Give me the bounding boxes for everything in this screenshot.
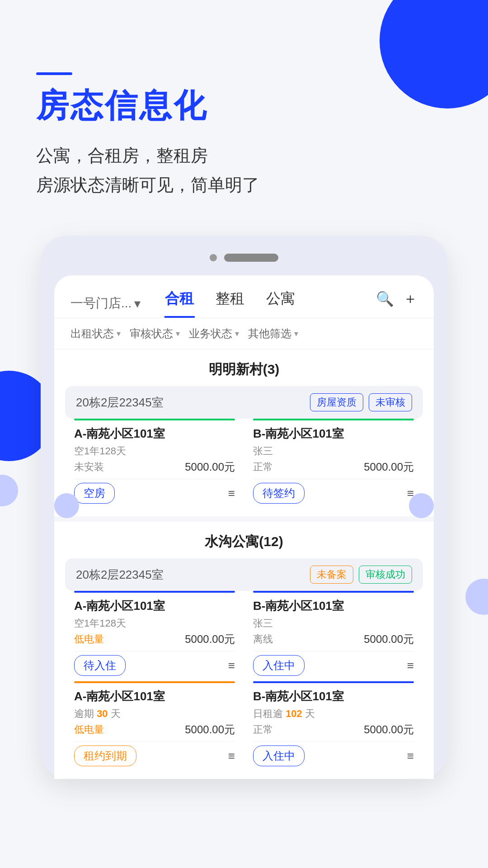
menu-icon-2a[interactable]: ≡ [228, 659, 235, 673]
room-price-1b: 5000.00元 [364, 460, 414, 474]
room-card-2c: A-南苑小区101室 逾期 30 天 低电量 5000.00元 租约到期 ≡ [65, 681, 244, 772]
room-group-2: 20栋2层22345室 未备案 审核成功 A-南苑小区101室 空1年128天 … [54, 558, 434, 779]
room-name-1a: A-南苑小区101室 [74, 426, 235, 442]
tab-合租[interactable]: 合租 [154, 289, 205, 318]
phone-dot-left [210, 254, 217, 261]
subtitle-line1: 公寓，合租房，整租房 [36, 141, 452, 170]
subtitle-line2: 房源状态清晰可见，简单明了 [36, 170, 452, 200]
room-card-2a: A-南苑小区101室 空1年128天 低电量 5000.00元 待入住 ≡ [65, 591, 244, 681]
add-icon[interactable]: ＋ [403, 289, 418, 309]
badge-row-2: 未备案 审核成功 [310, 566, 412, 584]
room-info-1a: 空1年128天 [74, 444, 235, 458]
chevron-down-icon: ▾ [134, 296, 141, 311]
room-price-2c: 5000.00元 [185, 722, 235, 737]
room-card-1b: B-南苑小区101室 张三 正常 5000.00元 待签约 ≡ [244, 419, 423, 509]
room-name-1b: B-南苑小区101室 [253, 426, 414, 442]
room-info-2d: 日租逾 102 天 [253, 707, 414, 721]
room-price-2b: 5000.00元 [364, 632, 414, 646]
badge-review-success: 审核成功 [359, 566, 412, 584]
room-detail-2b: 离线 5000.00元 [253, 632, 414, 646]
tab-公寓[interactable]: 公寓 [255, 289, 306, 318]
room-state-btn-1a[interactable]: 空房 [74, 483, 115, 504]
room-info-1b: 张三 [253, 444, 414, 458]
room-status-1a: 未安装 [74, 460, 104, 474]
section-header-1: 明明新村(3) [54, 349, 434, 386]
room-state-btn-2a[interactable]: 待入住 [74, 655, 126, 676]
store-label: 一号门店... [70, 295, 131, 312]
room-status-1b: 正常 [253, 460, 273, 474]
section-header-2: 水沟公寓(12) [54, 522, 434, 558]
room-name-2a: A-南苑小区101室 [74, 598, 235, 614]
menu-icon-2c[interactable]: ≡ [228, 749, 235, 763]
address-text-1: 20栋2层22345室 [76, 395, 164, 410]
room-detail-1b: 正常 5000.00元 [253, 460, 414, 474]
room-detail-2a: 低电量 5000.00元 [74, 632, 235, 646]
chevron-icon: ▾ [117, 329, 121, 339]
menu-icon-2b[interactable]: ≡ [407, 659, 414, 673]
room-state-btn-2b[interactable]: 入住中 [253, 655, 305, 676]
filter-business-status[interactable]: 业务状态 ▾ [189, 326, 239, 341]
address-bar-1: 20栋2层22345室 房屋资质 未审核 [65, 386, 423, 419]
room-price-1a: 5000.00元 [185, 460, 235, 474]
tab-整租[interactable]: 整租 [205, 289, 255, 318]
room-status-2c: 低电量 [74, 723, 104, 736]
filter-other[interactable]: 其他筛选 ▾ [248, 326, 298, 341]
room-info-2b: 张三 [253, 617, 414, 630]
room-name-2c: A-南苑小区101室 [74, 689, 235, 704]
menu-icon-2d[interactable]: ≡ [407, 749, 414, 763]
room-state-btn-2d[interactable]: 入住中 [253, 745, 305, 766]
badge-house-quality: 房屋资质 [310, 393, 363, 411]
badge-unrecorded: 未备案 [310, 566, 353, 584]
page-title: 房态信息化 [36, 84, 452, 127]
chevron-icon-3: ▾ [235, 329, 239, 339]
room-state-btn-1b[interactable]: 待签约 [253, 483, 305, 504]
filter-rental-label: 出租状态 [70, 326, 114, 341]
room-footer-2a: 待入住 ≡ [74, 651, 235, 676]
deco-circle-right-mid [465, 579, 488, 615]
filter-rental-status[interactable]: 出租状态 ▾ [70, 326, 121, 341]
chevron-icon-2: ▾ [176, 329, 180, 339]
room-price-2a: 5000.00元 [185, 632, 235, 646]
overdue-days-2d: 102 [286, 708, 302, 719]
phone-screen: 一号门店... ▾ 合租 整租 公寓 🔍 ＋ 出租状态 ▾ 审核状态 [54, 275, 434, 779]
search-icon[interactable]: 🔍 [376, 290, 394, 307]
filter-review-label: 审核状态 [130, 326, 173, 341]
room-footer-2c: 租约到期 ≡ [74, 741, 235, 766]
chevron-icon-4: ▾ [294, 329, 298, 339]
filter-other-label: 其他筛选 [248, 326, 291, 341]
address-text-2: 20栋2层22345室 [76, 567, 164, 583]
room-name-2b: B-南苑小区101室 [253, 598, 414, 614]
badge-row-1: 房屋资质 未审核 [310, 393, 412, 411]
deco-circle-phone-right [409, 493, 434, 518]
deco-circle-phone-left [54, 493, 79, 518]
room-state-btn-2c[interactable]: 租约到期 [74, 745, 136, 766]
rooms-grid-1: A-南苑小区101室 空1年128天 未安装 5000.00元 空房 ≡ [65, 419, 423, 509]
room-detail-1a: 未安装 5000.00元 [74, 460, 235, 474]
room-info-2a: 空1年128天 [74, 617, 235, 630]
room-card-1a: A-南苑小区101室 空1年128天 未安装 5000.00元 空房 ≡ [65, 419, 244, 509]
header-section: 房态信息化 公寓，合租房，整租房 房源状态清晰可见，简单明了 [0, 0, 488, 217]
room-info-2c: 逾期 30 天 [74, 707, 235, 721]
nav-icons: 🔍 ＋ [376, 289, 418, 318]
room-card-2b: B-南苑小区101室 张三 离线 5000.00元 入住中 ≡ [244, 591, 423, 681]
overdue-days-2c: 30 [97, 708, 108, 719]
room-footer-1b: 待签约 ≡ [253, 479, 414, 504]
nav-store[interactable]: 一号门店... ▾ [70, 295, 141, 312]
room-status-2a: 低电量 [74, 632, 104, 646]
room-price-2d: 5000.00元 [364, 722, 414, 737]
room-footer-2b: 入住中 ≡ [253, 651, 414, 676]
room-group-1: 20栋2层22345室 房屋资质 未审核 A-南苑小区101室 空1年128天 … [54, 386, 434, 516]
address-bar-2: 20栋2层22345室 未备案 审核成功 [65, 558, 423, 591]
menu-icon-1a[interactable]: ≡ [228, 486, 235, 500]
filter-review-status[interactable]: 审核状态 ▾ [130, 326, 180, 341]
badge-unreviewed: 未审核 [369, 393, 412, 411]
phone-pill [224, 254, 278, 262]
nav-tabs: 一号门店... ▾ 合租 整租 公寓 🔍 ＋ [54, 275, 434, 318]
phone-top-bar [54, 249, 434, 266]
room-status-2d: 正常 [253, 723, 273, 736]
room-detail-2d: 正常 5000.00元 [253, 722, 414, 737]
room-footer-1a: 空房 ≡ [74, 479, 235, 504]
deco-circle-left-mid [0, 475, 18, 506]
divider-1 [54, 516, 434, 522]
phone-wrapper: 一号门店... ▾ 合租 整租 公寓 🔍 ＋ 出租状态 ▾ 审核状态 [41, 236, 447, 779]
